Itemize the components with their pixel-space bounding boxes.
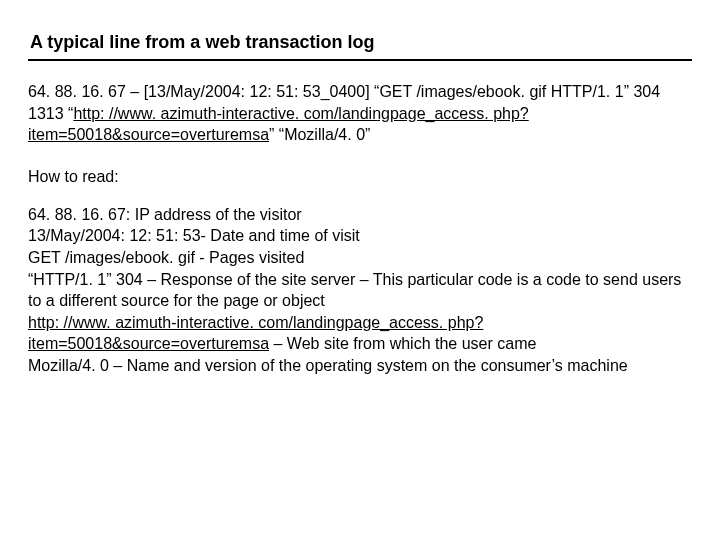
title-divider	[28, 59, 692, 61]
reading-referrer: http: //www. azimuth-interactive. com/la…	[28, 312, 692, 355]
how-to-read-label: How to read:	[28, 168, 692, 186]
reading-guide: 64. 88. 16. 67: IP address of the visito…	[28, 204, 692, 377]
reading-get: GET /images/ebook. gif - Pages visited	[28, 247, 692, 269]
reading-date: 13/May/2004: 12: 51: 53- Date and time o…	[28, 225, 692, 247]
reading-ip: 64. 88. 16. 67: IP address of the visito…	[28, 204, 692, 226]
log-sample-block: 64. 88. 16. 67 – [13/May/2004: 12: 51: 5…	[28, 81, 692, 146]
log-sample-suffix: ” “Mozilla/4. 0”	[269, 126, 370, 143]
reading-useragent: Mozilla/4. 0 – Name and version of the o…	[28, 355, 692, 377]
document-page: A typical line from a web transaction lo…	[0, 0, 720, 540]
reading-response: “HTTP/1. 1” 304 – Response of the site s…	[28, 269, 692, 312]
page-title: A typical line from a web transaction lo…	[28, 32, 692, 53]
reading-referrer-after: – Web site from which the user came	[269, 335, 536, 352]
